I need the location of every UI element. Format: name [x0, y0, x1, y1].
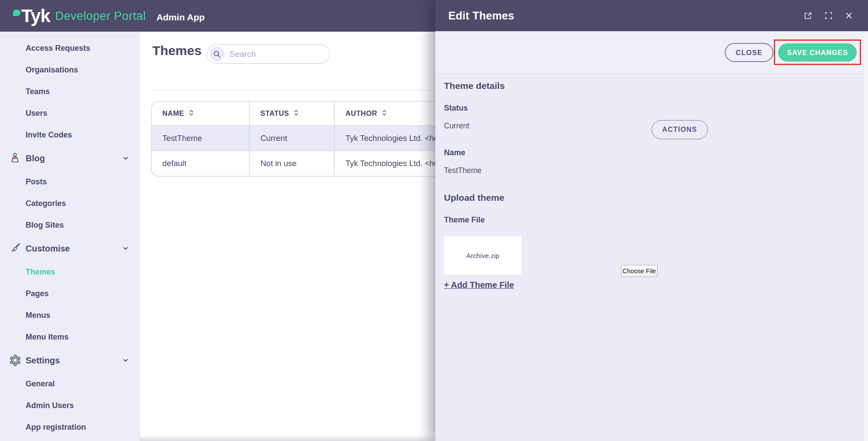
theme-details-heading: Theme details — [444, 81, 505, 91]
horizontal-scrollbar[interactable] — [140, 434, 435, 441]
sidebar-group-label: Settings — [26, 356, 60, 366]
fullscreen-icon[interactable] — [824, 11, 833, 20]
sidebar-item-label: Categories — [26, 199, 66, 208]
sidebar-item-access-requests[interactable]: Access Requests — [0, 37, 139, 59]
sidebar-item-label: Teams — [26, 87, 50, 96]
sidebar-item-label: Menu Items — [26, 333, 69, 342]
search-input[interactable] — [230, 49, 321, 59]
cell-status: Current — [249, 126, 334, 150]
sidebar-item-categories[interactable]: Categories — [0, 193, 139, 214]
sidebar-item-label: Blog Sites — [26, 221, 64, 230]
close-button[interactable]: CLOSE — [725, 43, 773, 62]
tyk-logo[interactable]: Tyk Developer Portal — [13, 7, 146, 25]
search-icon — [210, 47, 224, 62]
sidebar-group-settings[interactable]: Settings — [0, 350, 139, 371]
sidebar: Access Requests Organisations Teams User… — [0, 32, 140, 441]
sidebar-item-app-registration[interactable]: App registration — [0, 416, 139, 438]
app-label: Admin App — [156, 12, 204, 23]
sidebar-item-posts[interactable]: Posts — [0, 171, 139, 193]
drawer-title: Edit Themes — [448, 10, 514, 22]
column-header-status[interactable]: STATUS — [249, 101, 334, 125]
save-highlight-box — [774, 39, 861, 65]
sidebar-item-label: Users — [26, 109, 47, 118]
sidebar-item-teams[interactable]: Teams — [0, 81, 139, 102]
blog-icon — [9, 152, 21, 165]
chevron-down-icon — [122, 245, 129, 252]
sort-icon — [188, 109, 194, 118]
sidebar-group-blog[interactable]: Blog — [0, 147, 139, 169]
column-header-name[interactable]: NAME — [151, 101, 249, 125]
name-value: TestTheme — [444, 166, 482, 175]
sidebar-group-customise[interactable]: Customise — [0, 238, 139, 259]
theme-file-preview: Archive.zip — [444, 236, 522, 275]
drawer-header-icons — [803, 11, 853, 20]
theme-file-name: Archive.zip — [467, 252, 500, 260]
cell-status: Not in use — [249, 151, 334, 176]
add-theme-file-link[interactable]: + Add Theme File — [444, 280, 514, 290]
sidebar-item-label: Menus — [26, 311, 50, 320]
sidebar-group-label: Customise — [26, 244, 70, 254]
search-box — [207, 44, 330, 64]
chevron-down-icon — [122, 357, 129, 364]
close-icon[interactable] — [845, 11, 853, 20]
sidebar-group-label: Blog — [26, 154, 45, 163]
sidebar-item-label: Organisations — [26, 65, 78, 75]
theme-file-label: Theme File — [444, 216, 485, 225]
status-value: Current — [444, 121, 469, 131]
sidebar-item-themes[interactable]: Themes — [0, 261, 139, 283]
edit-themes-drawer: Edit Themes CLOSE SAVE CHANGES Theme det… — [435, 0, 868, 441]
sidebar-item-label: Pages — [26, 289, 49, 298]
sidebar-item-admin-users[interactable]: Admin Users — [0, 395, 139, 416]
sidebar-item-general[interactable]: General — [0, 373, 139, 395]
sidebar-item-label: Access Requests — [26, 44, 90, 53]
customise-icon — [9, 242, 21, 255]
cell-name: TestTheme — [151, 126, 249, 150]
tyk-leaf-icon — [13, 10, 20, 16]
app-window: Tyk Developer Portal Admin App Access Re… — [0, 0, 868, 441]
sidebar-item-menu-items[interactable]: Menu Items — [0, 326, 139, 348]
sidebar-item-label: Admin Users — [26, 401, 74, 410]
sidebar-item-label: App registration — [26, 423, 86, 432]
upload-theme-heading: Upload theme — [444, 193, 504, 203]
settings-gear-icon — [9, 354, 22, 367]
sidebar-item-invite-codes[interactable]: Invite Codes — [0, 124, 139, 146]
cell-name: default — [151, 151, 249, 176]
sort-icon — [293, 109, 299, 118]
choose-file-button[interactable]: Choose File — [621, 265, 658, 277]
brand-name: Tyk — [21, 7, 50, 25]
open-external-icon[interactable] — [803, 11, 812, 20]
page-title: Themes — [152, 43, 201, 58]
chevron-down-icon — [122, 155, 129, 162]
actions-button[interactable]: ACTIONS — [651, 120, 708, 139]
sidebar-item-label: General — [26, 379, 55, 389]
sort-icon — [381, 109, 387, 118]
name-label: Name — [444, 148, 465, 157]
sidebar-item-pages[interactable]: Pages — [0, 283, 139, 304]
sidebar-item-label: Themes — [26, 268, 55, 277]
sidebar-item-label: Posts — [26, 177, 47, 186]
sidebar-item-blog-sites[interactable]: Blog Sites — [0, 214, 139, 236]
product-name: Developer Portal — [55, 10, 146, 23]
drawer-header: Edit Themes — [435, 0, 868, 31]
sidebar-item-organisations[interactable]: Organisations — [0, 59, 139, 81]
vertical-scrollbar[interactable] — [864, 31, 868, 441]
status-label: Status — [444, 104, 468, 113]
sidebar-item-menus[interactable]: Menus — [0, 304, 139, 326]
sidebar-item-label: Invite Codes — [26, 131, 72, 140]
sidebar-item-users[interactable]: Users — [0, 102, 139, 124]
